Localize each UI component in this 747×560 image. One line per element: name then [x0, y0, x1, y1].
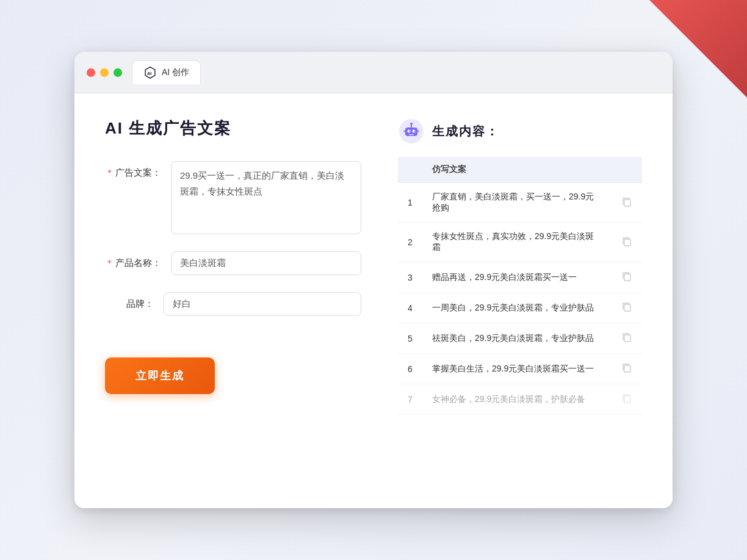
- svg-rect-13: [624, 239, 630, 246]
- product-name-group: ＊产品名称：: [105, 251, 361, 275]
- svg-point-10: [403, 130, 406, 132]
- svg-rect-17: [624, 365, 630, 372]
- ai-hexagon-icon: AI: [143, 66, 157, 79]
- product-name-label: ＊产品名称：: [105, 251, 161, 269]
- tab-label: AI 创作: [162, 67, 189, 78]
- product-name-label-text: 产品名称：: [115, 257, 161, 268]
- right-panel: 生成内容： 仿写文案 1厂家直销，美白淡斑霜，买一送一，29.9元抢购 2专抹女…: [398, 118, 642, 484]
- generate-button[interactable]: 立即生成: [105, 357, 215, 394]
- brand-input[interactable]: [164, 292, 361, 316]
- browser-window: AI AI 创作 AI 生成广告文案 ＊广告文案： ＊产品名称：: [74, 52, 673, 508]
- svg-point-6: [414, 131, 415, 132]
- copy-icon[interactable]: [621, 393, 632, 404]
- svg-point-5: [409, 131, 410, 132]
- row-text: 祛斑美白，29.9元美白淡斑霜，专业护肤品: [422, 323, 612, 354]
- ad-copy-label: ＊广告文案：: [105, 161, 161, 179]
- svg-point-8: [410, 123, 413, 125]
- page-title: AI 生成广告文案: [105, 118, 361, 139]
- svg-rect-14: [624, 274, 630, 281]
- svg-text:AI: AI: [147, 71, 151, 76]
- left-panel: AI 生成广告文案 ＊广告文案： ＊产品名称： 品牌： 立即生成: [105, 118, 361, 484]
- product-name-input[interactable]: [171, 251, 361, 275]
- row-number: 1: [398, 183, 422, 223]
- brand-label: 品牌：: [105, 292, 154, 310]
- svg-rect-16: [624, 335, 630, 342]
- copy-icon[interactable]: [621, 332, 632, 343]
- close-button[interactable]: [87, 68, 95, 77]
- col-copy: [612, 157, 642, 183]
- row-text: 赠品再送，29.9元美白淡斑霜买一送一: [422, 262, 612, 293]
- row-number: 4: [398, 293, 422, 323]
- table-row: 4一周美白，29.9元美白淡斑霜，专业护肤品: [398, 293, 642, 323]
- brand-group: 品牌：: [105, 292, 361, 316]
- table-row: 7女神必备，29.9元美白淡斑霜，护肤必备: [398, 384, 642, 415]
- row-text: 掌握美白生活，29.9元美白淡斑霜买一送一: [422, 354, 612, 384]
- table-row: 5祛斑美白，29.9元美白淡斑霜，专业护肤品: [398, 323, 642, 354]
- copy-icon[interactable]: [621, 236, 632, 247]
- row-number: 5: [398, 323, 422, 354]
- copy-icon[interactable]: [621, 362, 632, 373]
- row-number: 7: [398, 384, 422, 415]
- row-text: 一周美白，29.9元美白淡斑霜，专业护肤品: [422, 293, 612, 323]
- copy-icon[interactable]: [621, 271, 632, 282]
- ad-copy-input[interactable]: [171, 161, 361, 234]
- maximize-button[interactable]: [114, 68, 122, 77]
- row-number: 2: [398, 223, 422, 262]
- table-row: 2专抹女性斑点，真实功效，29.9元美白淡斑霜: [398, 223, 642, 262]
- output-title: 生成内容：: [432, 123, 499, 140]
- col-content: 仿写文案: [422, 157, 612, 183]
- table-row: 6掌握美白生活，29.9元美白淡斑霜买一送一: [398, 354, 642, 384]
- tab-ai-creation[interactable]: AI AI 创作: [132, 60, 201, 84]
- table-header-row: 仿写文案: [398, 157, 642, 183]
- row-number: 6: [398, 354, 422, 384]
- minimize-button[interactable]: [100, 68, 109, 77]
- row-text: 厂家直销，美白淡斑霜，买一送一，29.9元抢购: [422, 183, 612, 223]
- results-table: 仿写文案 1厂家直销，美白淡斑霜，买一送一，29.9元抢购 2专抹女性斑点，真实…: [398, 157, 642, 415]
- row-text: 女神必备，29.9元美白淡斑霜，护肤必备: [422, 384, 612, 415]
- table-row: 1厂家直销，美白淡斑霜，买一送一，29.9元抢购: [398, 183, 642, 223]
- traffic-lights: [87, 68, 122, 77]
- row-text: 专抹女性斑点，真实功效，29.9元美白淡斑霜: [422, 223, 612, 262]
- content-area: AI 生成广告文案 ＊广告文案： ＊产品名称： 品牌： 立即生成: [74, 93, 673, 508]
- copy-icon[interactable]: [621, 196, 632, 207]
- output-header: 生成内容：: [398, 118, 642, 145]
- svg-rect-18: [624, 396, 630, 403]
- ad-copy-label-text: 广告文案：: [115, 167, 161, 178]
- svg-point-11: [417, 130, 419, 132]
- robot-icon: [398, 118, 425, 145]
- svg-rect-9: [409, 134, 414, 135]
- svg-rect-12: [624, 199, 630, 206]
- row-number: 3: [398, 262, 422, 293]
- required-mark-product: ＊: [105, 257, 114, 268]
- title-bar: AI AI 创作: [74, 52, 673, 93]
- ad-copy-group: ＊广告文案：: [105, 161, 361, 234]
- col-num: [398, 157, 422, 183]
- svg-rect-15: [624, 304, 630, 311]
- copy-icon[interactable]: [621, 301, 632, 312]
- table-row: 3赠品再送，29.9元美白淡斑霜买一送一: [398, 262, 642, 293]
- required-mark-ad: ＊: [105, 167, 114, 178]
